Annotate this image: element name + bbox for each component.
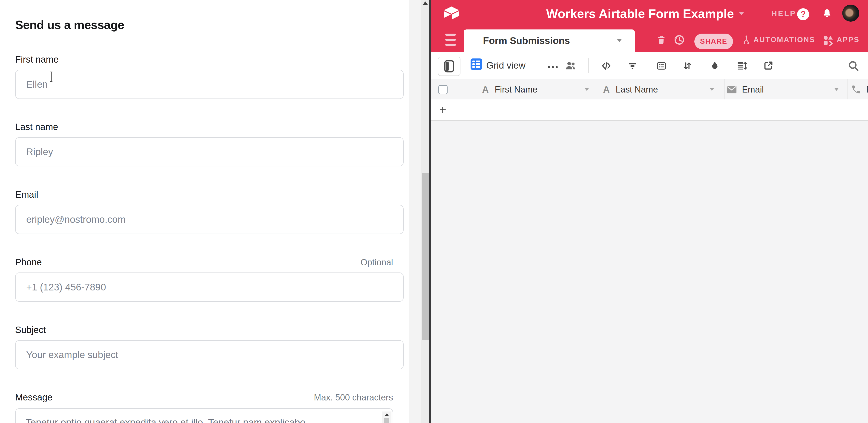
apps-button[interactable]: APPS	[837, 27, 860, 52]
automations-icon[interactable]	[741, 34, 752, 46]
sidebar-toggle-icon	[444, 60, 455, 73]
color-icon[interactable]	[709, 60, 720, 71]
chevron-down-icon[interactable]	[710, 88, 714, 91]
airtable-window: Workers Airtable Form Example HELP ? For…	[431, 0, 868, 423]
email-input[interactable]: eripley@nostromo.com	[15, 205, 404, 234]
grid-view-label: Grid view	[486, 60, 526, 71]
hide-fields-icon[interactable]	[601, 60, 612, 71]
grid-header-row: A First Name A Last Name Email P	[431, 79, 868, 100]
airtable-topbar: Workers Airtable Form Example HELP ?	[431, 0, 868, 27]
first-name-input[interactable]: Ellen	[15, 70, 404, 99]
single-line-text-icon: A	[482, 85, 489, 95]
single-line-text-icon: A	[603, 85, 610, 95]
contact-form-pane: Send us a message First name Ellen Last …	[0, 0, 409, 423]
phone-optional-helper: Optional	[15, 258, 393, 267]
message-scrollbar-thumb[interactable]	[384, 418, 390, 423]
column-label: First Name	[495, 85, 537, 95]
row-height-icon[interactable]	[736, 60, 747, 71]
subject-placeholder: Your example subject	[26, 350, 118, 360]
trash-icon[interactable]	[656, 34, 666, 46]
page-title: Send us a message	[15, 18, 124, 32]
toolbar-divider	[588, 58, 589, 73]
envelope-icon	[726, 85, 737, 94]
phone-placeholder: +1 (123) 456-7890	[26, 282, 106, 293]
airtable-logo[interactable]	[443, 5, 460, 20]
last-name-label: Last name	[15, 122, 58, 132]
email-label: Email	[15, 189, 38, 200]
share-label: SHARE	[700, 37, 727, 46]
column-label: Last Name	[616, 85, 658, 95]
add-row[interactable]: +	[431, 99, 868, 121]
tab-label: Form Submissions	[483, 35, 570, 46]
column-divider	[599, 99, 599, 423]
help-label: HELP	[771, 9, 796, 18]
first-name-label: First name	[15, 54, 59, 65]
last-name-placeholder: Ripley	[26, 146, 53, 157]
text-cursor-icon	[49, 71, 54, 82]
last-name-input[interactable]: Ripley	[15, 137, 404, 167]
subject-label: Subject	[15, 325, 46, 335]
share-view-icon[interactable]	[763, 60, 774, 71]
base-title-button[interactable]: Workers Airtable Form Example	[524, 0, 766, 27]
message-value: Tenetur optio quaerat expedita vero et i…	[26, 417, 371, 423]
column-header-first-name[interactable]: A First Name	[482, 79, 537, 100]
ellipsis-icon[interactable]	[548, 65, 560, 69]
grid-view-button[interactable]: Grid view	[486, 52, 526, 79]
column-label: Email	[742, 85, 764, 95]
tab-form-submissions[interactable]: Form Submissions	[464, 29, 635, 52]
message-scrollbar[interactable]	[382, 412, 392, 423]
page-gutter	[409, 0, 421, 423]
first-name-placeholder: Ellen	[26, 79, 48, 90]
subject-input[interactable]: Your example subject	[15, 340, 404, 369]
chevron-down-icon	[739, 12, 744, 15]
apps-icon[interactable]	[823, 34, 834, 46]
select-all-checkbox[interactable]	[438, 85, 447, 94]
automations-label: AUTOMATIONS	[753, 35, 815, 44]
avatar[interactable]	[842, 5, 859, 22]
base-title: Workers Airtable Form Example	[546, 6, 734, 21]
automations-button[interactable]: AUTOMATIONS	[753, 27, 815, 52]
search-icon[interactable]	[847, 59, 860, 72]
email-placeholder: eripley@nostromo.com	[26, 214, 126, 225]
history-icon[interactable]	[673, 34, 685, 46]
chevron-down-icon[interactable]	[834, 88, 839, 91]
collaborators-icon[interactable]	[564, 60, 577, 72]
help-question-glyph: ?	[801, 9, 806, 19]
share-button[interactable]: SHARE	[694, 34, 733, 49]
page-scrollbar-thumb[interactable]	[422, 173, 429, 340]
column-label: P	[866, 85, 868, 95]
scrollbar-up-arrow-icon[interactable]	[423, 1, 428, 5]
phone-input[interactable]: +1 (123) 456-7890	[15, 272, 404, 302]
column-header-last-name[interactable]: A Last Name	[603, 79, 658, 100]
scroll-up-icon[interactable]	[385, 413, 389, 416]
sort-icon[interactable]	[682, 60, 693, 71]
apps-label: APPS	[837, 35, 860, 44]
plus-icon[interactable]: +	[439, 99, 446, 120]
grid-view-icon[interactable]	[471, 58, 482, 70]
chevron-down-icon[interactable]	[585, 88, 589, 91]
phone-icon	[851, 85, 861, 95]
view-sidebar-toggle-button[interactable]	[438, 57, 460, 76]
filter-icon[interactable]	[627, 60, 638, 71]
chevron-down-icon[interactable]	[617, 39, 622, 42]
group-icon[interactable]	[656, 60, 667, 71]
help-icon[interactable]: ?	[797, 8, 809, 20]
window-divider	[429, 0, 431, 423]
column-header-email[interactable]: Email	[726, 79, 764, 100]
help-button[interactable]: HELP	[771, 0, 796, 27]
message-max-helper: Max. 500 characters	[15, 393, 393, 402]
column-header-phone[interactable]: P	[851, 79, 868, 100]
bell-icon[interactable]	[822, 8, 833, 19]
